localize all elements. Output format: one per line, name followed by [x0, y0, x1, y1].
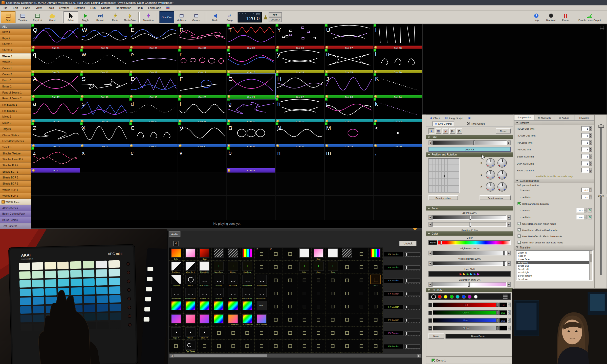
toolbar-groups[interactable]: Groups [189, 11, 204, 23]
sidebar-item-keys-1[interactable]: Keys 1 [0, 29, 31, 35]
effect-checkbox[interactable] [331, 318, 335, 322]
effect-checkbox[interactable] [260, 331, 263, 335]
effect-checkbox[interactable] [288, 318, 292, 322]
effect-cell-thumb[interactable] [326, 248, 340, 261]
cue-cell-cue-27[interactable]: dCue 27 [129, 98, 178, 124]
spin-down-icon[interactable]: ▼ [584, 217, 587, 219]
effect-cell-cc-2-preview[interactable]: CC 2 Preview [226, 313, 240, 327]
toolbar-flash[interactable]: Flash [108, 11, 122, 23]
effect-cell-empty[interactable] [297, 274, 312, 287]
effect-cell-color[interactable]: Color [326, 261, 340, 274]
cue-cell-cue-12[interactable]: rCue 12 [178, 49, 227, 75]
brightness-inc-icon[interactable]: ▶ [508, 251, 511, 255]
position-knob-z[interactable] [486, 182, 495, 192]
sidebar-item-targets[interactable]: Targets [0, 126, 31, 132]
lock-xy-button[interactable]: Lock XY [428, 147, 510, 152]
effect-cell-empty[interactable] [326, 313, 340, 327]
effect-cell-bop-we-go[interactable]: Bop We Go [169, 287, 183, 300]
toolbar-pause[interactable]: Pause [558, 11, 573, 23]
palette-color-5[interactable] [456, 295, 460, 299]
effect-assign-button[interactable]: ✕ [588, 208, 592, 212]
transition-item-scroll-top[interactable]: Scroll top [516, 277, 592, 281]
cue-cell-cue-25[interactable]: aCue 25 [31, 98, 80, 124]
effect-cell-empty[interactable] [255, 340, 269, 353]
effect-cell-diagonal[interactable]: Diagonal [169, 274, 183, 287]
effect-cell-hopping[interactable]: Hopping [212, 274, 226, 287]
effect-checkbox[interactable] [302, 292, 306, 295]
effect-cell-empty[interactable] [368, 261, 383, 274]
transition-item-scroll-right[interactable]: Scroll right [516, 271, 592, 274]
empty-cue-cell[interactable] [31, 196, 80, 220]
cue-cell-cue-06[interactable]: YCue 06 [276, 24, 324, 50]
effect-cell-cc-4-preview[interactable]: CC 4 Preview [255, 313, 269, 327]
effect-cell-empty[interactable] [283, 248, 297, 261]
scrollbar-thumb[interactable] [174, 354, 267, 357]
reset-position-button[interactable]: Reset position [428, 195, 458, 200]
effect-checkbox[interactable] [345, 344, 349, 348]
red-slider[interactable]: Red [433, 303, 498, 307]
fx-action-slider[interactable] [405, 344, 420, 348]
effect-cell-thumb[interactable] [198, 300, 212, 313]
effect-checkbox[interactable] [274, 344, 278, 348]
hue-shift-slider[interactable]: ▶ ▶ ▶ ▶ ▶ ▶ [428, 271, 510, 277]
beam-brush-control[interactable]: Beam Brush [446, 334, 511, 338]
cue-cell-cue-16[interactable]: iCue 16 [374, 49, 422, 75]
size-inc-icon[interactable]: ▶ [508, 141, 511, 145]
toolbar-flash-solo[interactable]: Flash-Solo [122, 11, 137, 23]
effect-cell-side-fall[interactable]: Side Fall [212, 287, 226, 300]
bpm-display[interactable]: BPM120.0 [238, 12, 262, 22]
demo-checkbox[interactable] [432, 359, 435, 362]
effect-cell-empty[interactable] [240, 327, 254, 340]
effect-checkbox[interactable] [317, 318, 320, 322]
effect-checkbox[interactable] [345, 331, 349, 335]
spin-up-icon[interactable]: ▲ [589, 168, 592, 170]
cue-cell-cue-22[interactable]: HCue 22 [276, 73, 324, 99]
effect-checkbox[interactable] [345, 265, 349, 269]
toolbar-enable-laser-output[interactable]: Enable Laser Output [573, 11, 606, 23]
effect-cell-kick-back[interactable]: Kick Back [226, 274, 240, 287]
cue-cell-empty[interactable]: n [276, 147, 324, 173]
grid-icon[interactable]: ▦ [436, 128, 441, 133]
section-size[interactable]: Size [426, 135, 513, 139]
effect-checkbox[interactable] [374, 305, 377, 308]
effect-cell-empty[interactable] [340, 274, 354, 287]
effect-checkbox[interactable] [345, 292, 349, 295]
effect-checkbox[interactable] [331, 344, 335, 348]
empty-cue-cell[interactable] [227, 171, 276, 196]
effect-cell-empty[interactable]: 17 [255, 248, 269, 261]
cue-cell-cue-04[interactable]: RCue 04 [178, 24, 227, 50]
position-knob-x[interactable] [486, 158, 495, 168]
effect-cell-wipe-sm-1[interactable]: Wipe Sm 1 [183, 261, 198, 274]
effect-assign-button[interactable]: ✕ [588, 215, 592, 219]
slider-handle[interactable] [496, 318, 498, 322]
spin-up-icon[interactable]: ▲ [589, 133, 592, 135]
sidebar-item-mixed-2[interactable]: Mixed 2 [0, 120, 31, 126]
menu-item-system[interactable]: System [57, 5, 72, 10]
effect-cell-empty[interactable] [226, 327, 240, 340]
menu-item-settings[interactable]: Settings [72, 5, 88, 10]
effect-cell-color[interactable]: Color [312, 261, 326, 274]
effect-checkbox[interactable] [274, 265, 278, 269]
palette-color-4[interactable] [450, 295, 453, 299]
sidebar-item-waves-2[interactable]: Waves 2 [0, 59, 31, 65]
effect-cell-thumb[interactable] [212, 248, 226, 261]
sidebar-item-classic-statics[interactable]: Classic Statics [0, 132, 31, 138]
empty-cue-cell[interactable] [178, 196, 227, 220]
effect-cell-beat-bumpin[interactable]: Beat Bumpin [183, 287, 198, 300]
cue-cell-cue-18[interactable]: SCue 18 [80, 73, 129, 99]
sidebar-item-hot-beams-1[interactable]: Hot Beams 1 [0, 102, 31, 108]
cue-cell-cue-30[interactable]: hCue 30 [276, 98, 324, 124]
cue-cell-cue-02[interactable]: WCue 02 [80, 24, 129, 50]
menu-item-registration[interactable]: Registration [113, 5, 134, 10]
color-norm-button[interactable]: Norm [428, 240, 437, 245]
cue-cell-empty[interactable]: c [129, 147, 178, 173]
effect-cell-empty[interactable] [340, 300, 354, 313]
effect-checkbox[interactable] [203, 344, 206, 348]
effect-cell-empty[interactable] [212, 340, 226, 353]
cue-cell-cue-32[interactable]: kCue 32 [374, 98, 422, 124]
toolbar-one-cue[interactable]: One Cue [160, 11, 174, 23]
slider-handle[interactable] [496, 326, 498, 330]
effect-cell-empty[interactable] [269, 287, 283, 300]
sidebar-item-sheets-bcp-3[interactable]: Sheets BCP 3 [0, 181, 31, 187]
cue-cell-cue-01[interactable]: QCue 01 [31, 24, 80, 50]
